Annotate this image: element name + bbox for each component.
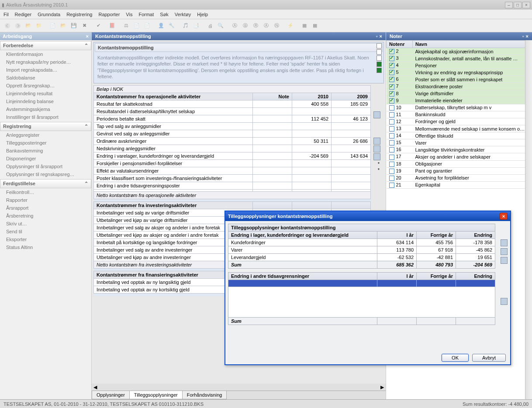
noter-row[interactable]: 7Ekstraordinære poster (387, 83, 532, 90)
row-2009[interactable]: 185 029 (332, 100, 371, 108)
row-2010[interactable] (292, 108, 332, 115)
sidebar-item[interactable]: Feilkontroll… (0, 188, 91, 196)
noter-row[interactable]: 21Egenkapital (387, 181, 532, 188)
row-2009[interactable]: 46 123 (332, 115, 371, 123)
sidebar-item[interactable]: Send til (0, 228, 91, 235)
ok-button[interactable]: OK (442, 354, 469, 362)
check-icon[interactable]: ✔ (93, 21, 103, 31)
hscroll-right-icon[interactable]: ▶ (379, 384, 386, 390)
row-2009[interactable]: 143 634 (332, 152, 371, 160)
row-note[interactable] (253, 182, 292, 190)
folder-icon[interactable]: 📂 (24, 21, 33, 31)
side-tool-icon[interactable] (373, 153, 380, 160)
sidebar-item[interactable]: Rapporter (0, 196, 91, 204)
desc-checkbox-2[interactable] (377, 49, 382, 55)
dialog-selected-row[interactable] (228, 280, 495, 287)
panel-close-icon[interactable]: × (380, 34, 382, 39)
row-label[interactable]: Endring i varelager, kundefordringer og … (94, 152, 253, 160)
sidebar-item[interactable]: Saldobalanse (0, 74, 91, 82)
sidebar-item[interactable]: Import regnskapsdata… (0, 66, 91, 74)
side-tool-icon[interactable] (373, 145, 380, 152)
dlg-row-a[interactable]: 634 114 (377, 239, 417, 246)
dialog-empty-area[interactable] (228, 287, 495, 318)
row-note[interactable] (253, 115, 292, 123)
sidebar-item[interactable]: Opplysninger til årsrapport (0, 163, 91, 170)
noter-checkbox[interactable] (389, 169, 394, 174)
noter-row[interactable]: 18Obligasjoner (387, 160, 532, 167)
doc-a-icon[interactable]: 📄 (132, 21, 142, 31)
menu-søk[interactable]: Søk (160, 12, 169, 17)
menu-verktøy[interactable]: Verktøy (175, 12, 191, 17)
dlg-row-c[interactable]: 19 651 (456, 254, 495, 261)
noter-checkbox[interactable] (389, 140, 394, 145)
sidebar-item[interactable]: Opprett årsregnskap… (0, 82, 91, 90)
desc-checkbox-4[interactable] (377, 62, 382, 67)
sidebar-item[interactable]: Skriv ut… (0, 220, 91, 228)
sidebar-item[interactable]: Disponeringer (0, 155, 91, 163)
noter-checkbox[interactable] (389, 91, 394, 97)
row-label[interactable]: Resultatandel i datterselskap/tilknyttet… (94, 108, 253, 115)
side-tool-icon[interactable] (373, 111, 380, 118)
row-label[interactable]: Periodens betalte skatt (94, 115, 253, 123)
menu-registrering[interactable]: Registrering (66, 12, 92, 17)
noter-row[interactable]: 19Pant og garantier (387, 167, 532, 174)
row-2009[interactable]: 26 686 (332, 138, 371, 145)
sidebar-section-registrering[interactable]: Registrering⌃ (0, 122, 91, 131)
back-icon[interactable] (3, 21, 12, 31)
tab-opplysninger[interactable]: Opplysninger (92, 391, 130, 399)
row-2010[interactable] (292, 160, 332, 167)
dlg-row-c[interactable]: -45 862 (456, 246, 495, 254)
row-label[interactable]: Resultat før skattekostnad (94, 100, 253, 108)
dialog-row-tool-icon[interactable] (501, 257, 508, 264)
noter-scrollbar[interactable] (525, 40, 532, 399)
letter-a-icon[interactable]: Ⓐ (230, 21, 239, 31)
book-icon[interactable]: 📕 (107, 21, 117, 31)
letter-r-icon[interactable]: Ⓡ (251, 21, 260, 31)
dialog-row-tool-icon[interactable] (501, 248, 508, 255)
noter-row[interactable]: 10Datterselskap, tilknyttet selskap m v (387, 104, 532, 111)
noter-checkbox[interactable] (389, 147, 394, 152)
noter-checkbox[interactable] (389, 183, 394, 188)
sidebar-item[interactable]: Tilleggsposteringer (0, 139, 91, 147)
side-tool-icon[interactable] (373, 138, 380, 145)
copy-icon[interactable]: 📑 (191, 21, 201, 31)
letter-a2-icon[interactable]: Ⓐ (261, 21, 271, 31)
noter-checkbox[interactable] (389, 77, 394, 82)
cancel-button[interactable]: Avbryt (472, 354, 506, 362)
dialog-close-icon[interactable]: × (500, 213, 508, 220)
row-2010[interactable] (292, 123, 332, 130)
hscroll-left-icon[interactable]: ◀ (92, 384, 99, 390)
row-note[interactable] (253, 175, 292, 182)
noter-checkbox[interactable] (389, 56, 394, 61)
sidebar-item[interactable]: Eksporter (0, 235, 91, 243)
noter-checkbox[interactable] (389, 49, 394, 54)
grid-a-icon[interactable]: ▦ (300, 21, 309, 31)
row-2009[interactable] (332, 167, 371, 175)
wrench-icon[interactable]: 🔧 (167, 21, 176, 31)
desc-checkbox-1[interactable] (377, 43, 382, 48)
row-2009[interactable] (332, 175, 371, 182)
dlg-row-c[interactable]: -178 358 (456, 239, 495, 246)
grid-b-icon[interactable]: ▦ (310, 21, 320, 31)
noter-close-icon[interactable]: × (526, 34, 529, 39)
row-2009[interactable] (332, 182, 371, 190)
noter-checkbox[interactable] (389, 126, 394, 131)
sidebar-item[interactable]: Opplysninger til regnskapsreg… (0, 170, 91, 178)
dlg-row-label[interactable]: Kundefordringer (228, 239, 377, 246)
row-note[interactable] (253, 130, 292, 138)
noter-checkbox[interactable] (389, 162, 394, 167)
new-icon[interactable]: 📄 (48, 21, 58, 31)
noter-row[interactable]: 4Pensjoner (387, 62, 532, 69)
sidebar-item[interactable]: Status Altinn (0, 243, 91, 251)
row-2009[interactable] (332, 123, 371, 130)
noter-checkbox[interactable] (389, 63, 394, 68)
sidebar-item[interactable]: Avstemmingsskjema (0, 105, 91, 113)
person-icon[interactable]: 👤 (156, 21, 166, 31)
row-label[interactable]: Endring i andre tidsavgrensningsposter (94, 182, 253, 190)
sidebar-item[interactable]: Bankavstemming (0, 147, 91, 155)
print-icon[interactable]: 🖨 (205, 21, 215, 31)
noter-row[interactable]: 14Offentlige tilskudd (387, 132, 532, 139)
sidebar-section-forberedelse[interactable]: Forberedelse⌃ (0, 41, 91, 50)
row-2010[interactable] (292, 130, 332, 138)
sidebar-item[interactable]: Nytt regnskapsår/ny periode… (0, 58, 91, 66)
